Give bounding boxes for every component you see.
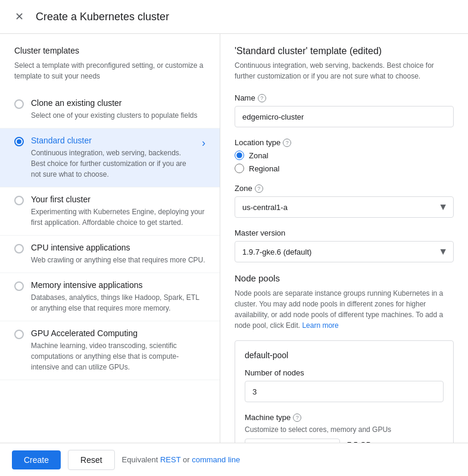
location-type-help-icon[interactable]: ?	[283, 139, 291, 147]
footer: Create Reset Equivalent REST or command …	[0, 443, 468, 476]
radio-circle-gpu	[14, 330, 24, 339]
zonal-radio-option[interactable]: Zonal	[235, 151, 454, 160]
regional-radio-option[interactable]: Regional	[235, 164, 454, 173]
location-type-group: Location type ? Zonal Regional	[235, 138, 454, 173]
machine-type-group: Machine type ? Customize to select cores…	[245, 413, 444, 443]
cluster-item-cpu[interactable]: CPU intensive applicationsWeb crawling o…	[0, 236, 220, 273]
name-input[interactable]	[235, 106, 454, 127]
zonal-label: Zonal	[249, 151, 269, 160]
close-button[interactable]: ✕	[12, 10, 26, 24]
cluster-item-desc-cpu: Web crawling or anything else that requi…	[31, 255, 205, 265]
zone-select-wrapper: us-central1-aus-central1-bus-central1-c …	[235, 196, 454, 218]
right-panel-title: 'Standard cluster' template (edited)	[235, 46, 454, 57]
machine-type-help-icon[interactable]: ?	[293, 414, 301, 422]
node-pool-name: default-pool	[245, 350, 444, 360]
radio-circle-clone	[14, 99, 24, 109]
left-panel: Cluster templates Select a template with…	[0, 34, 220, 443]
master-version-group: Master version 1.9.7-gke.6 (default)1.8.…	[235, 228, 454, 262]
location-type-label: Location type ?	[235, 138, 454, 147]
radio-circle-first	[14, 196, 24, 205]
header: ✕ Create a Kubernetes cluster	[0, 0, 468, 34]
footer-text: Equivalent REST or command line	[122, 455, 241, 464]
cluster-item-gpu[interactable]: GPU Accelerated ComputingMachine learnin…	[0, 321, 220, 380]
create-button[interactable]: Create	[12, 450, 61, 469]
main-content: Cluster templates Select a template with…	[0, 34, 468, 443]
cluster-item-name-memory: Memory intensive applications	[31, 280, 205, 290]
page-title: Create a Kubernetes cluster	[36, 11, 169, 23]
command-line-link[interactable]: command line	[192, 455, 240, 464]
cluster-item-name-clone: Clone an existing cluster	[31, 98, 205, 108]
zone-group: Zone ? us-central1-aus-central1-bus-cent…	[235, 184, 454, 218]
cluster-item-desc-first: Experimenting with Kubernetes Engine, de…	[31, 206, 205, 228]
cluster-item-desc-gpu: Machine learning, video transcoding, sci…	[31, 340, 205, 372]
num-nodes-label: Number of nodes	[245, 368, 444, 377]
right-panel-desc: Continuous integration, web serving, bac…	[235, 60, 454, 82]
radio-circle-memory	[14, 281, 24, 291]
regional-label: Regional	[249, 164, 279, 173]
master-version-select[interactable]: 1.9.7-gke.6 (default)1.8.12-gke.0	[235, 241, 454, 262]
zone-select[interactable]: us-central1-aus-central1-bus-central1-c	[235, 196, 454, 218]
panel-subtitle: Select a template with preconfigured set…	[0, 60, 220, 91]
zone-label: Zone ?	[235, 184, 454, 193]
machine-type-label: Machine type ?	[245, 413, 444, 422]
learn-more-link[interactable]: Learn more	[302, 321, 338, 330]
location-type-radio-group: Zonal Regional	[235, 151, 454, 173]
rest-link[interactable]: REST	[160, 455, 180, 464]
num-nodes-group: Number of nodes	[245, 368, 444, 402]
name-group: Name ?	[235, 93, 454, 127]
cluster-item-name-standard: Standard cluster	[31, 136, 195, 145]
cluster-item-memory[interactable]: Memory intensive applicationsDatabases, …	[0, 273, 220, 321]
machine-select-wrapper: 2 vCPUs ▼	[245, 439, 340, 443]
cluster-item-first[interactable]: Your first clusterExperimenting with Kub…	[0, 187, 220, 236]
machine-type-select[interactable]: 2 vCPUs	[245, 439, 340, 443]
master-version-select-wrapper: 1.9.7-gke.6 (default)1.8.12-gke.0 ▼	[235, 241, 454, 262]
machine-type-sub: Customize to select cores, memory and GP…	[245, 425, 444, 434]
master-version-label: Master version	[235, 228, 454, 237]
right-panel: 'Standard cluster' template (edited) Con…	[220, 34, 468, 443]
name-help-icon[interactable]: ?	[258, 94, 266, 102]
cluster-item-name-gpu: GPU Accelerated Computing	[31, 328, 205, 338]
panel-title: Cluster templates	[0, 46, 220, 60]
zone-help-icon[interactable]: ?	[255, 184, 263, 193]
cluster-item-desc-memory: Databases, analytics, things like Hadoop…	[31, 292, 205, 314]
num-nodes-input[interactable]	[245, 381, 444, 402]
radio-circle-standard	[14, 137, 24, 146]
reset-button[interactable]: Reset	[68, 450, 115, 470]
name-label: Name ?	[235, 93, 454, 102]
cluster-item-standard[interactable]: Standard clusterContinuous integration, …	[0, 129, 220, 187]
node-pool-box: default-pool Number of nodes Machine typ…	[235, 340, 454, 443]
cluster-item-clone[interactable]: Clone an existing clusterSelect one of y…	[0, 91, 220, 129]
machine-type-row: 2 vCPUs ▼ 7.5 GB memory Customize	[245, 439, 444, 443]
cluster-item-name-first: Your first cluster	[31, 195, 205, 204]
radio-circle-cpu	[14, 244, 24, 253]
cluster-list: Clone an existing clusterSelect one of y…	[0, 91, 220, 380]
node-pools-title: Node pools	[235, 273, 454, 283]
machine-memory: 7.5 GB memory	[347, 440, 400, 443]
zonal-radio[interactable]	[235, 151, 244, 160]
cluster-item-name-cpu: CPU intensive applications	[31, 243, 205, 252]
cluster-item-desc-clone: Select one of your existing clusters to …	[31, 110, 205, 121]
node-pools-desc: Node pools are separate instance groups …	[235, 288, 454, 331]
cluster-item-desc-standard: Continuous integration, web serving, bac…	[31, 148, 195, 180]
chevron-icon: ›	[202, 137, 205, 149]
regional-radio[interactable]	[235, 164, 244, 173]
